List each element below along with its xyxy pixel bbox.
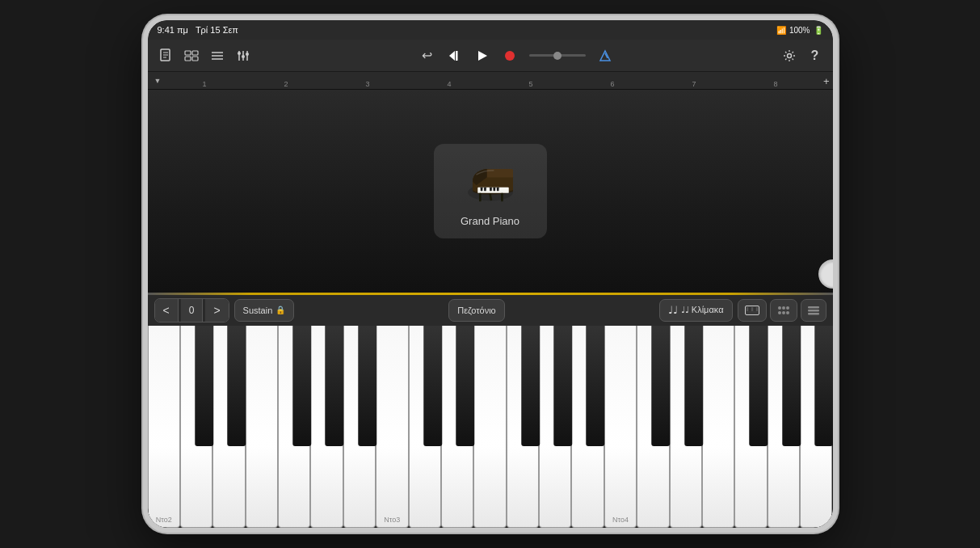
key-b4[interactable] [800, 326, 832, 529]
key-fs3[interactable] [521, 326, 540, 447]
view-button[interactable] [180, 44, 203, 67]
mixer-button[interactable] [232, 44, 254, 67]
key-ds2[interactable] [228, 326, 246, 447]
ruler-marks: 1 2 3 4 5 6 7 8 [148, 72, 833, 89]
svg-rect-47 [808, 310, 819, 312]
key-e4[interactable] [670, 326, 702, 529]
chord-view-button[interactable] [770, 299, 797, 322]
svg-marker-19 [478, 51, 487, 61]
key-as2[interactable] [358, 326, 376, 447]
svg-rect-36 [749, 307, 751, 311]
keyboard-view-button[interactable] [738, 299, 767, 322]
toolbar-transport: ↩ [259, 44, 773, 67]
list-view-button[interactable] [801, 299, 826, 322]
ruler-mark-2: 2 [284, 80, 288, 88]
key-f4[interactable] [702, 326, 734, 529]
svg-rect-46 [808, 306, 819, 309]
svg-rect-37 [751, 307, 753, 311]
play-button[interactable] [471, 44, 494, 67]
song-settings-button[interactable] [778, 44, 801, 67]
metronome-button[interactable] [594, 44, 616, 67]
svg-rect-27 [484, 188, 486, 191]
svg-rect-5 [192, 51, 198, 55]
arpeggio-button[interactable]: Πεζοτόνιο [448, 299, 504, 322]
toolbar: ↩ [148, 40, 833, 72]
key-d4[interactable] [637, 326, 669, 529]
key-ds3[interactable] [456, 326, 474, 447]
octave-down-button[interactable]: < [155, 299, 179, 322]
ruler-mark-4: 4 [447, 80, 451, 88]
key-g4[interactable] [734, 326, 767, 529]
ruler-mark-1: 1 [202, 80, 206, 88]
key-gs2[interactable] [326, 326, 344, 447]
svg-rect-18 [456, 51, 458, 61]
wifi-icon: 📶 [776, 26, 786, 35]
svg-rect-4 [185, 51, 191, 55]
layout-icon [808, 306, 819, 315]
instrument-display: Grand Piano [148, 90, 833, 293]
key-as4[interactable] [814, 326, 832, 447]
screen: 9:41 πμ Τρί 15 Σεπ 📶 100% 🔋 [148, 20, 833, 528]
battery-label: 100% [789, 26, 810, 35]
instrument-card[interactable]: Grand Piano [434, 144, 547, 238]
key-d2[interactable] [180, 326, 212, 529]
key-cs2[interactable] [195, 326, 213, 447]
key-cs4[interactable] [651, 326, 670, 447]
grand-piano-icon [462, 160, 519, 207]
add-track-button[interactable]: + [823, 75, 830, 87]
key-gs4[interactable] [782, 326, 801, 447]
svg-point-44 [782, 311, 785, 314]
keyboard-icon [745, 306, 759, 315]
key-a2[interactable] [310, 326, 343, 529]
key-e2[interactable] [212, 326, 245, 529]
toolbar-right: ? [778, 44, 826, 67]
octave-up-button[interactable]: > [205, 299, 228, 322]
volume-slider[interactable] [529, 54, 586, 57]
rewind-button[interactable] [444, 44, 466, 67]
key-ds4[interactable] [684, 326, 703, 447]
help-button[interactable]: ? [804, 44, 826, 67]
status-right: 📶 100% 🔋 [776, 26, 823, 35]
key-g2[interactable] [278, 326, 310, 529]
key-e3[interactable] [441, 326, 473, 529]
new-song-button[interactable] [154, 44, 177, 67]
tracks-button[interactable] [206, 44, 229, 67]
svg-rect-35 [747, 307, 748, 311]
svg-rect-28 [490, 188, 492, 191]
key-a3[interactable] [539, 326, 571, 529]
key-a4[interactable] [768, 326, 800, 529]
svg-rect-39 [756, 307, 758, 311]
key-c3[interactable]: Ντο3 [376, 326, 408, 529]
key-cs3[interactable] [423, 326, 442, 447]
key-c2[interactable]: Ντο2 [148, 326, 180, 529]
key-fs4[interactable] [750, 326, 768, 447]
key-c4[interactable]: Ντο4 [604, 326, 637, 529]
sustain-button[interactable]: Sustain 🔒 [234, 299, 295, 322]
volume-control[interactable] [529, 54, 586, 57]
chord-scale-button[interactable]: ♩♩ ♩♩ Κλίμακα [659, 299, 733, 322]
svg-rect-31 [479, 193, 482, 202]
svg-rect-38 [754, 307, 755, 311]
svg-rect-32 [501, 193, 503, 202]
svg-point-41 [782, 306, 785, 310]
key-f2[interactable] [246, 326, 278, 529]
piano-keyboard[interactable]: Ντο2 [148, 326, 833, 529]
note-icon: ♩♩ [668, 304, 678, 316]
key-gs3[interactable] [553, 326, 572, 447]
svg-rect-48 [808, 313, 819, 315]
ruler-mark-8: 8 [773, 80, 777, 88]
battery-icon: 🔋 [814, 26, 823, 35]
undo-button[interactable]: ↩ [416, 44, 439, 67]
key-f3[interactable] [473, 326, 506, 529]
key-fs2[interactable] [292, 326, 311, 447]
label-c2: Ντο2 [149, 516, 179, 524]
key-b3[interactable] [571, 326, 604, 529]
key-d3[interactable] [409, 326, 441, 529]
lock-icon: 🔒 [275, 306, 285, 314]
key-g3[interactable] [507, 326, 539, 529]
key-b2[interactable] [343, 326, 376, 529]
record-button[interactable] [498, 44, 521, 67]
svg-point-12 [238, 52, 241, 55]
key-as3[interactable] [587, 326, 605, 447]
status-bar: 9:41 πμ Τρί 15 Σεπ 📶 100% 🔋 [148, 20, 833, 40]
